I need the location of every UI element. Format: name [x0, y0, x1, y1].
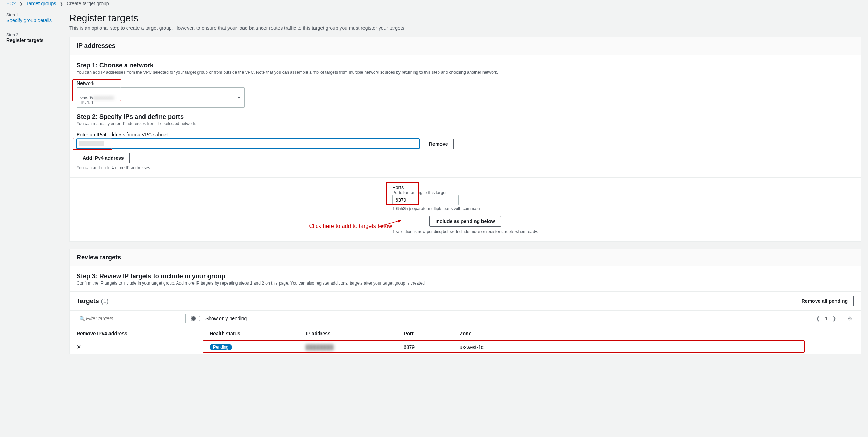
- review-targets-panel: Review targets Step 3: Review IP targets…: [69, 249, 861, 354]
- wizard-step2-title: Register targets: [6, 37, 57, 43]
- chevron-right-icon: ❯: [19, 1, 23, 6]
- page-prev-button[interactable]: ❮: [814, 315, 821, 322]
- chevron-right-icon: ❯: [59, 1, 63, 6]
- network-label: Network: [77, 80, 854, 86]
- ports-title: Ports: [392, 185, 538, 190]
- page-number: 1: [825, 316, 828, 321]
- network-line1: -: [80, 90, 234, 95]
- col-port: Port: [397, 327, 453, 340]
- wizard-sidebar: Step 1 Specify group details Step 2 Regi…: [0, 8, 63, 53]
- network-line3: IPv4: 1: [80, 100, 234, 105]
- row-port: 6379: [397, 340, 453, 354]
- add-ip-help: You can add up to 4 more IP addresses.: [77, 165, 854, 170]
- wizard-step2-number: Step 2: [6, 33, 57, 37]
- ipv4-address-input[interactable]: [77, 139, 419, 149]
- targets-count: (1): [101, 298, 109, 305]
- step3-help: Confirm the IP targets to include in you…: [77, 281, 854, 286]
- add-ipv4-button[interactable]: Add IPv4 address: [77, 153, 130, 163]
- step1-help: You can add IP addresses from the VPC se…: [77, 70, 854, 75]
- table-row: ✕ Pending ████████ 6379 us-west-1c: [70, 340, 861, 354]
- page-title: Register targets: [69, 13, 861, 24]
- annotation-arrow: [378, 218, 406, 229]
- include-pending-button[interactable]: Include as pending below: [429, 216, 501, 227]
- ip-panel-header: IP addresses: [77, 42, 854, 50]
- filter-targets-input[interactable]: [77, 314, 186, 323]
- remove-row-button[interactable]: ✕: [77, 344, 81, 350]
- wizard-step1-link[interactable]: Specify group details: [6, 17, 52, 23]
- network-line2: vpc-05: [80, 95, 93, 100]
- redacted: xxxxxxxxxx: [93, 95, 114, 100]
- wizard-step1-number: Step 1: [6, 13, 57, 17]
- divider: [6, 28, 57, 28]
- breadcrumb-current: Create target group: [66, 1, 109, 6]
- search-icon: 🔍: [79, 316, 85, 321]
- ports-range-help: 1-65535 (separate multiple ports with co…: [392, 206, 538, 211]
- targets-table: Remove IPv4 address Health status IP add…: [70, 327, 861, 354]
- row-ip: ████████: [306, 344, 333, 350]
- settings-icon[interactable]: ⚙: [846, 315, 854, 322]
- remove-ip-button[interactable]: Remove: [423, 139, 454, 149]
- page-next-button[interactable]: ❯: [831, 315, 838, 322]
- svg-line-0: [378, 220, 401, 227]
- annotation-text: Click here to add to targets below: [309, 223, 392, 229]
- caret-down-icon: ▼: [237, 96, 241, 100]
- col-health: Health status: [203, 327, 299, 340]
- col-zone: Zone: [453, 327, 861, 340]
- ports-input[interactable]: [392, 195, 459, 205]
- include-pending-help: 1 selection is now pending below. Includ…: [392, 229, 538, 234]
- show-only-pending-label: Show only pending: [205, 316, 247, 321]
- step2-heading: Step 2: Specify IPs and define ports: [77, 113, 854, 121]
- step3-heading: Step 3: Review IP targets to include in …: [77, 273, 854, 280]
- breadcrumb-ec2[interactable]: EC2: [6, 1, 16, 6]
- breadcrumb-target-groups[interactable]: Target groups: [26, 1, 56, 6]
- remove-all-pending-button[interactable]: Remove all pending: [796, 296, 854, 306]
- step1-heading: Step 1: Choose a network: [77, 62, 854, 69]
- redacted: [79, 141, 104, 146]
- targets-title: Targets: [77, 298, 99, 305]
- show-only-pending-toggle[interactable]: [191, 316, 200, 321]
- col-ip: IP address: [299, 327, 397, 340]
- ip-label: Enter an IPv4 address from a VPC subnet.: [77, 132, 854, 137]
- breadcrumb: EC2 ❯ Target groups ❯ Create target grou…: [0, 0, 868, 8]
- page-subtitle: This is an optional step to create a tar…: [69, 25, 861, 31]
- step2-help: You can manually enter IP addresses from…: [77, 121, 854, 126]
- col-remove: Remove IPv4 address: [70, 327, 203, 340]
- row-zone: us-west-1c: [453, 340, 861, 354]
- ports-help: Ports for routing to this target.: [392, 190, 538, 195]
- review-header: Review targets: [77, 254, 854, 261]
- network-select[interactable]: - vpc-05xxxxxxxxxx IPv4: 1 ▼: [77, 87, 245, 108]
- status-badge: Pending: [210, 344, 232, 350]
- ip-addresses-panel: IP addresses Step 1: Choose a network Yo…: [69, 37, 861, 242]
